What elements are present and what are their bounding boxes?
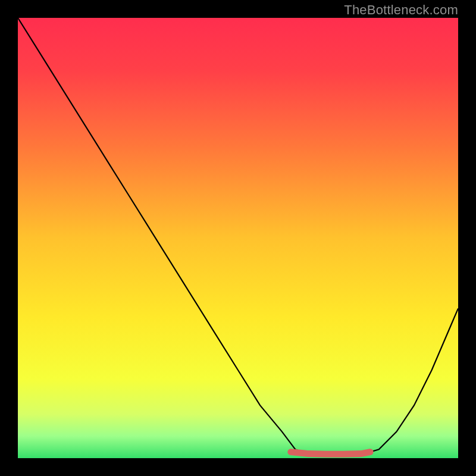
bottleneck-curve: [18, 18, 458, 456]
watermark-text: TheBottleneck.com: [344, 2, 458, 18]
optimal-region-marker: [291, 452, 370, 455]
plot-area: [18, 18, 458, 458]
curve-layer: [18, 18, 458, 458]
chart-frame: TheBottleneck.com: [0, 0, 476, 476]
